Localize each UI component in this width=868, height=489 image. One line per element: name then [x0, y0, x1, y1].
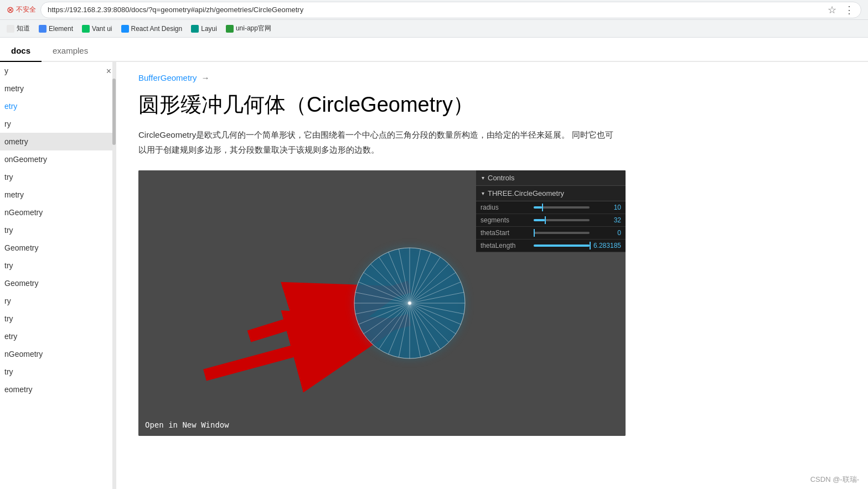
sidebar-item-3[interactable]: ry: [0, 115, 116, 133]
demo-container: Open in New Window ▾ Controls ▾ THREE.Ci…: [138, 170, 626, 436]
menu-icon[interactable]: ⋮: [844, 4, 854, 16]
controls-section-label: THREE.CircleGeometry: [488, 189, 564, 197]
content-area: BufferGeometry → 圆形缓冲几何体（CircleGeometry）…: [116, 62, 868, 489]
segments-slider-track[interactable]: [534, 219, 590, 221]
sidebar-item-7[interactable]: metry: [0, 186, 116, 204]
sidebar-item-5[interactable]: onGeometry: [0, 150, 116, 168]
bookmark-icon: [82, 25, 90, 33]
sidebar-scrollbar[interactable]: [112, 62, 116, 489]
breadcrumb-arrow: →: [202, 73, 210, 82]
bookmark-uniapp[interactable]: uni-app官网: [226, 24, 271, 33]
segments-slider-fill: [534, 219, 545, 221]
controls-row-segments: segments 32: [476, 214, 626, 227]
thetastart-slider-track[interactable]: [534, 232, 590, 234]
radius-value: 10: [591, 204, 621, 211]
sidebar-item-6[interactable]: try: [0, 168, 116, 186]
bookmark-icon: [39, 25, 46, 33]
controls-row-radius: radius 10: [476, 201, 626, 214]
bookmark-icon: [7, 25, 14, 33]
controls-section-header[interactable]: ▾ THREE.CircleGeometry: [476, 186, 626, 201]
bookmark-element[interactable]: Element: [39, 25, 73, 33]
controls-chevron-icon: ▾: [482, 175, 484, 181]
page-title: 圆形缓冲几何体（CircleGeometry）: [138, 91, 846, 118]
radius-input-area: 10: [534, 204, 621, 211]
radius-slider-fill: [534, 206, 542, 209]
sidebar-item-13[interactable]: ry: [0, 292, 116, 310]
bookmarks-bar: 知道 Element Vant ui React Ant Design Layu…: [0, 20, 868, 38]
security-badge: ⊗ 不安全: [7, 4, 36, 15]
sidebar-close-button[interactable]: ×: [106, 66, 111, 76]
star-icon[interactable]: ☆: [828, 4, 836, 16]
bookmark-zhidao[interactable]: 知道: [7, 24, 30, 33]
bookmark-react-ant[interactable]: React Ant Design: [121, 25, 183, 33]
circle-geometry-svg: [349, 242, 471, 364]
radius-slider-thumb[interactable]: [542, 204, 543, 211]
security-icon: ⊗: [7, 4, 14, 15]
security-text: 不安全: [16, 5, 36, 14]
segments-input-area: 32: [534, 216, 621, 224]
sidebar-item-18[interactable]: eometry: [0, 381, 116, 398]
breadcrumb: BufferGeometry →: [138, 73, 846, 82]
sidebar-item-17[interactable]: try: [0, 363, 116, 381]
thetastart-value: 0: [591, 229, 621, 237]
thetalength-slider-fill: [534, 245, 590, 247]
thetastart-input-area: 0: [534, 229, 621, 237]
sidebar-item-4[interactable]: ometry: [0, 133, 116, 150]
sidebar-item-12[interactable]: Geometry: [0, 274, 116, 292]
bookmark-icon: [121, 25, 129, 33]
radius-label: radius: [480, 204, 530, 211]
controls-header[interactable]: ▾ Controls: [476, 170, 626, 186]
sidebar: × y metry etry ry ometry onGeometry try …: [0, 62, 116, 489]
breadcrumb-link[interactable]: BufferGeometry: [138, 73, 197, 82]
tab-docs[interactable]: docs: [0, 40, 42, 62]
radius-slider-track[interactable]: [534, 206, 590, 209]
csdn-watermark: CSDN @-联瑞-: [810, 475, 859, 485]
sidebar-item-0[interactable]: y: [0, 62, 116, 80]
thetastart-slider-thumb[interactable]: [534, 229, 535, 237]
url-text: https://192.168.2.39:8080/docs/?q=geomet…: [48, 6, 303, 14]
thetalength-slider-thumb[interactable]: [590, 242, 591, 249]
section-chevron-icon: ▾: [482, 190, 484, 196]
controls-row-thetastart: thetaStart 0: [476, 227, 626, 240]
open-new-window-button[interactable]: Open in New Window: [145, 420, 229, 429]
sidebar-item-8[interactable]: nGeometry: [0, 204, 116, 221]
description: CircleGeometry是欧式几何的一个简单形状，它由围绕着一个中心点的三角…: [138, 127, 614, 157]
thetalength-slider-track[interactable]: [534, 245, 590, 247]
tabs-row: docs examples: [0, 38, 868, 62]
sidebar-item-10[interactable]: Geometry: [0, 239, 116, 257]
browser-bar: ⊗ 不安全 https://192.168.2.39:8080/docs/?q=…: [0, 0, 868, 20]
segments-value: 32: [591, 216, 621, 224]
url-bar[interactable]: https://192.168.2.39:8080/docs/?q=geomet…: [40, 2, 861, 18]
sidebar-scroll-thumb[interactable]: [112, 79, 116, 145]
segments-slider-thumb[interactable]: [545, 216, 546, 224]
thetalength-input-area: 6.283185: [534, 242, 621, 249]
sidebar-item-1[interactable]: metry: [0, 80, 116, 97]
thetastart-label: thetaStart: [480, 229, 530, 237]
main-layout: × y metry etry ry ometry onGeometry try …: [0, 62, 868, 489]
bookmark-icon: [191, 25, 199, 33]
svg-point-37: [408, 301, 411, 305]
bookmark-vant[interactable]: Vant ui: [82, 25, 112, 33]
sidebar-item-16[interactable]: nGeometry: [0, 345, 116, 363]
segments-label: segments: [480, 216, 530, 224]
sidebar-item-14[interactable]: try: [0, 310, 116, 327]
bookmark-layui[interactable]: Layui: [191, 25, 217, 33]
sidebar-item-11[interactable]: try: [0, 257, 116, 274]
thetalength-label: thetaLength: [480, 242, 530, 249]
bookmark-icon: [226, 25, 234, 33]
thetalength-value: 6.283185: [591, 242, 621, 249]
controls-row-thetalength: thetaLength 6.283185: [476, 240, 626, 252]
sidebar-item-9[interactable]: try: [0, 221, 116, 239]
controls-header-label: Controls: [488, 174, 514, 182]
tab-examples[interactable]: examples: [42, 40, 99, 62]
controls-panel: ▾ Controls ▾ THREE.CircleGeometry radius: [476, 170, 626, 252]
sidebar-item-2[interactable]: etry: [0, 97, 116, 115]
sidebar-item-15[interactable]: etry: [0, 327, 116, 345]
